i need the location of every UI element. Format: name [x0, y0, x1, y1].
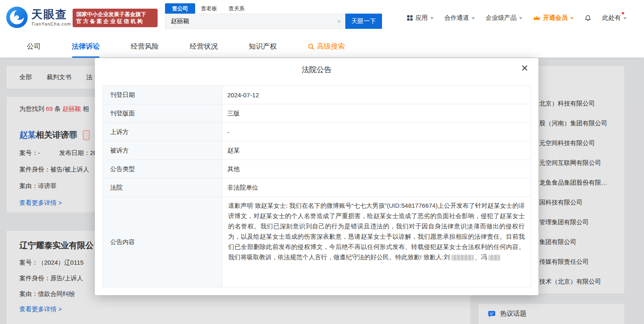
menu-vip-label: 开通会员 — [543, 14, 568, 22]
chevron-down-icon — [430, 17, 434, 19]
bell-icon — [584, 14, 592, 21]
tianyancha-logo[interactable]: 天眼查 TianYanCha.com — [6, 6, 71, 28]
clear-search-icon[interactable]: × — [337, 17, 341, 26]
menu-cooperation[interactable]: 合作通道 — [444, 14, 475, 22]
redacted-name — [451, 255, 474, 261]
row-label: 公告内容 — [103, 197, 222, 287]
close-icon[interactable]: ✕ — [521, 63, 528, 74]
announcement-table: 刊登日期 2024-07-12 刊登版面 三版 上诉方 - 被诉方 赵某 公告类… — [102, 85, 531, 287]
menu-apps[interactable]: 应用 — [407, 14, 434, 22]
menu-enterprise-label: 企业级产品 — [486, 14, 517, 22]
nav-operational-risk[interactable]: 经营风险 — [131, 35, 159, 58]
row-value: 三版 — [222, 104, 531, 122]
top-header: 天眼查 TianYanCha.com 国家中小企业发展子基金旗下 官方备案企业征… — [0, 0, 644, 35]
nav-advanced-label: 高级搜索 — [317, 42, 345, 51]
notification-dot — [622, 12, 624, 14]
search-icon — [308, 43, 314, 50]
nav-ip-label: 知识产权 — [249, 42, 277, 51]
menu-account-text: 此处有 — [602, 14, 621, 21]
row-value: 其他 — [222, 160, 531, 178]
menu-cooperation-label: 合作通道 — [444, 14, 469, 22]
row-label: 被诉方 — [103, 141, 222, 160]
header-menu: 应用 合作通道 企业级产品 开通会员 此处有 — [407, 0, 627, 35]
redacted-name — [488, 255, 500, 261]
table-row: 公告类型 其他 — [103, 160, 531, 178]
row-value: 赵某 — [222, 141, 531, 160]
search-area: 查公司 查老板 查关系 赵丽颖 × 天眼一下 — [165, 3, 382, 29]
chevron-down-icon — [472, 17, 475, 19]
menu-apps-label: 应用 — [415, 14, 428, 22]
search-input[interactable]: 赵丽颖 × — [165, 14, 345, 29]
table-row: 上诉方 - — [103, 123, 531, 141]
row-value: - — [222, 123, 531, 141]
brand-domain: TianYanCha.com — [31, 21, 71, 26]
menu-vip[interactable]: 开通会员 — [533, 14, 573, 22]
row-value: 2024-07-12 — [222, 86, 531, 104]
nav-risk-label: 经营风险 — [131, 42, 159, 51]
announcement-signer: 、冯 — [475, 254, 487, 261]
chevron-down-icon — [623, 17, 627, 19]
badge-line2: 官方备案企业征信机构 — [76, 18, 154, 25]
badge-line1: 国家中小企业发展子基金旗下 — [76, 11, 154, 18]
nav-status-label: 经营状况 — [190, 42, 218, 51]
nav-company-label: 公司 — [27, 42, 41, 51]
notifications-bell[interactable] — [584, 14, 592, 21]
search-tab-company[interactable]: 查公司 — [165, 3, 195, 14]
announcement-content: 道歉声明 致赵某女士: 我们在名下的微博账号“七七大男孩”(UID:548177… — [222, 197, 531, 287]
search-button[interactable]: 天眼一下 — [345, 14, 382, 29]
court-announcement-modal: 法院公告 ✕ 刊登日期 2024-07-12 刊登版面 三版 上诉方 - 被诉方… — [95, 58, 538, 295]
chevron-down-icon — [570, 17, 573, 19]
row-label: 上诉方 — [103, 123, 222, 141]
main-nav: 公司 法律诉讼 经营风险 经营状况 知识产权 高级搜索 — [0, 35, 644, 58]
search-input-value: 赵丽颖 — [171, 17, 189, 25]
row-label: 刊登版面 — [103, 104, 222, 122]
table-row-content: 公告内容 道歉声明 致赵某女士: 我们在名下的微博账号“七七大男孩”(UID:5… — [103, 197, 531, 287]
table-row: 被诉方 赵某 — [103, 141, 531, 160]
brand-name: 天眼查 — [31, 8, 71, 21]
table-row: 法院 非法院单位 — [103, 178, 531, 197]
nav-legal-label: 法律诉讼 — [72, 42, 100, 51]
search-tab-boss[interactable]: 查老板 — [195, 3, 223, 14]
table-row: 刊登版面 三版 — [103, 104, 531, 123]
modal-title: 法院公告 — [95, 58, 538, 75]
search-tab-relation[interactable]: 查关系 — [223, 3, 250, 14]
chevron-down-icon — [519, 17, 522, 19]
certification-badge: 国家中小企业发展子基金旗下 官方备案企业征信机构 — [73, 9, 158, 27]
nav-legal-proceedings[interactable]: 法律诉讼 — [72, 35, 100, 58]
row-value: 非法院单位 — [222, 178, 531, 197]
search-tabs: 查公司 查老板 查关系 — [165, 3, 382, 14]
menu-enterprise-products[interactable]: 企业级产品 — [486, 14, 522, 22]
menu-account[interactable]: 此处有 — [602, 14, 627, 22]
nav-operational-status[interactable]: 经营状况 — [190, 35, 218, 58]
crown-icon — [533, 15, 540, 21]
row-label: 公告类型 — [103, 160, 222, 178]
nav-intellectual-property[interactable]: 知识产权 — [249, 35, 277, 58]
nav-company[interactable]: 公司 — [27, 35, 41, 58]
nav-advanced-search[interactable]: 高级搜索 — [308, 35, 345, 58]
row-label: 刊登日期 — [103, 86, 222, 104]
tianyancha-logo-icon — [6, 6, 28, 28]
apps-grid-icon — [407, 15, 413, 21]
menu-account-label: 此处有 — [602, 14, 621, 22]
announcement-text: 道歉声明 致赵某女士: 我们在名下的微博账号“七七大男孩”(UID:548177… — [228, 202, 525, 261]
row-label: 法院 — [103, 178, 222, 197]
table-row: 刊登日期 2024-07-12 — [103, 86, 531, 104]
